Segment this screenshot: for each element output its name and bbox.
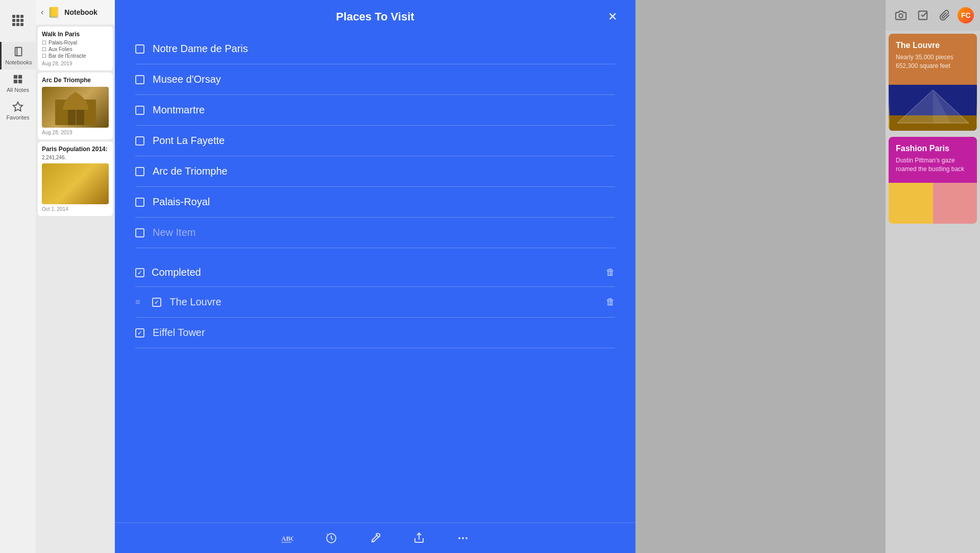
sidebar-allnotes-label: All Notes (7, 87, 29, 93)
spellcheck-button[interactable]: ABC (278, 529, 297, 547)
note-title: Walk In Paris (42, 31, 109, 38)
checkbox-pont[interactable] (135, 136, 144, 146)
modal-toolbar: ABC (115, 522, 635, 553)
louvre-right-card[interactable]: The Louvre Nearly 35,000 pieces 652,300 … (889, 34, 977, 131)
note-date: Aug 28, 2019 (42, 61, 109, 66)
fashion-desc: Dustin Pittman's gaze roamed the bustlin… (896, 156, 970, 174)
attachment-button[interactable] (936, 6, 954, 25)
sidebar-notebooks-label: Notebooks (5, 59, 32, 65)
new-item-row[interactable]: New Item (135, 218, 615, 248)
note-title: Paris Population 2014: (42, 146, 109, 153)
sidebar-favorites-label: Favorites (6, 114, 29, 121)
notebook-title: Notebook (64, 8, 97, 16)
svg-rect-0 (15, 47, 21, 56)
checkbox-palais[interactable] (135, 198, 144, 207)
fashion-title: Fashion Paris (896, 144, 970, 153)
more-button[interactable] (454, 529, 472, 547)
svg-marker-6 (13, 102, 22, 111)
svg-line-13 (377, 535, 378, 537)
note-title: Arc De Triomphe (42, 77, 109, 84)
fashion-right-card[interactable]: Fashion Paris Dustin Pittman's gaze roam… (889, 137, 977, 224)
completed-header: Completed 🗑 (135, 258, 615, 287)
trash-icon-louvre[interactable]: 🗑 (606, 297, 615, 307)
completed-item-eiffel[interactable]: Eiffel Tower (135, 318, 615, 348)
checklist-label-musee: Musee d'Orsay (153, 74, 221, 85)
paris-image (42, 163, 109, 204)
checklist-item-palais[interactable]: Palais-Royal (135, 187, 615, 218)
sidebar-item-allnotes[interactable]: All Notes (0, 69, 36, 97)
checkbox-new (135, 228, 144, 237)
checklist-item-notre-dame[interactable]: Notre Dame de Paris (135, 34, 615, 64)
checklist-label-palais: Palais-Royal (153, 196, 210, 208)
camera-button[interactable] (892, 6, 910, 25)
checklist-item-pont[interactable]: Pont La Fayette (135, 126, 615, 156)
clock-button[interactable] (322, 529, 340, 547)
places-to-visit-modal: Places To Visit ✕ Notre Dame de Paris Mu… (115, 0, 635, 553)
note-date: Aug 28, 2019 (42, 130, 109, 135)
note-card-arc[interactable]: Arc De Triomphe Aug 28, 2019 (38, 73, 113, 139)
drag-handle-louvre: ≡ (135, 298, 140, 307)
completed-label-eiffel: Eiffel Tower (153, 327, 205, 339)
checklist-item-arc[interactable]: Arc de Triomphe (135, 156, 615, 187)
note-item-2: ☐ Aux Folies (42, 46, 109, 52)
svg-rect-5 (18, 80, 22, 83)
checklist-container: Notre Dame de Paris Musee d'Orsay Montma… (115, 34, 635, 248)
checkbox-musee[interactable] (135, 75, 144, 84)
svg-rect-9 (77, 110, 84, 125)
svg-text:ABC: ABC (281, 535, 293, 542)
close-button[interactable]: ✕ (605, 9, 620, 25)
svg-rect-2 (14, 75, 17, 79)
checkbox-arc[interactable] (135, 167, 144, 176)
right-panel: FC The Louvre Nearly 35,000 pieces 652,3… (886, 0, 980, 553)
checklist-item-musee[interactable]: Musee d'Orsay (135, 64, 615, 95)
modal-header: Places To Visit ✕ (115, 0, 635, 34)
svg-rect-8 (68, 110, 76, 125)
avatar[interactable]: FC (958, 7, 974, 23)
sidebar: Notebooks All Notes Favorites (0, 0, 36, 553)
middle-panel: ‹ 📒 Notebook Walk In Paris ☐ Palais-Roya… (36, 0, 115, 553)
modal-title: Places To Visit (336, 10, 414, 23)
trash-icon[interactable]: 🗑 (606, 267, 615, 278)
completed-checkbox[interactable] (135, 268, 144, 277)
back-button[interactable]: ‹ (41, 8, 43, 17)
completed-label-louvre: The Louvre (169, 296, 221, 308)
checkbox-button[interactable] (914, 6, 932, 25)
middle-header: ‹ 📒 Notebook (36, 0, 115, 25)
sidebar-item-favorites[interactable]: Favorites (0, 97, 36, 125)
svg-point-15 (458, 537, 460, 539)
note-item-1: ☐ Palais-Royal (42, 40, 109, 45)
louvre-image (889, 85, 977, 131)
louvre-desc: Nearly 35,000 pieces 652,300 square feet (896, 53, 970, 70)
checklist-label-arc: Arc de Triomphe (153, 165, 228, 177)
completed-item-louvre[interactable]: ≡ The Louvre 🗑 (135, 287, 615, 318)
checklist-label-notre-dame: Notre Dame de Paris (153, 43, 248, 55)
svg-point-17 (465, 537, 468, 539)
checklist-label-pont: Pont La Fayette (153, 135, 225, 147)
new-item-placeholder[interactable]: New Item (153, 227, 195, 238)
checkbox-eiffel[interactable] (135, 328, 144, 338)
checklist-label-montmartre: Montmartre (153, 104, 205, 116)
checkbox-notre-dame[interactable] (135, 44, 144, 54)
svg-rect-4 (14, 80, 17, 83)
completed-header-left: Completed (135, 267, 201, 278)
note-card-paris-pop[interactable]: Paris Population 2014: 2,241,246. Oct 1,… (38, 141, 113, 216)
draw-button[interactable] (366, 529, 384, 547)
checkbox-montmartre[interactable] (135, 106, 144, 115)
apps-grid-icon[interactable] (7, 9, 29, 32)
svg-point-18 (899, 14, 902, 17)
arc-image (42, 87, 109, 128)
completed-title: Completed (152, 267, 201, 278)
completed-section: Completed 🗑 ≡ The Louvre 🗑 Eiffel Tower (115, 248, 635, 348)
note-card-walk-paris[interactable]: Walk In Paris ☐ Palais-Royal ☐ Aux Folie… (38, 27, 113, 70)
share-button[interactable] (410, 529, 428, 547)
svg-rect-19 (919, 11, 927, 20)
note-desc: 2,241,246. (42, 155, 109, 160)
right-toolbar: FC (886, 0, 980, 31)
note-date: Oct 1, 2014 (42, 206, 109, 212)
louvre-title: The Louvre (896, 41, 970, 50)
checklist-item-montmartre[interactable]: Montmartre (135, 95, 615, 126)
svg-rect-3 (18, 75, 22, 79)
sidebar-item-notebooks[interactable]: Notebooks (0, 42, 36, 69)
svg-point-16 (462, 537, 464, 539)
checkbox-louvre[interactable] (152, 298, 161, 307)
